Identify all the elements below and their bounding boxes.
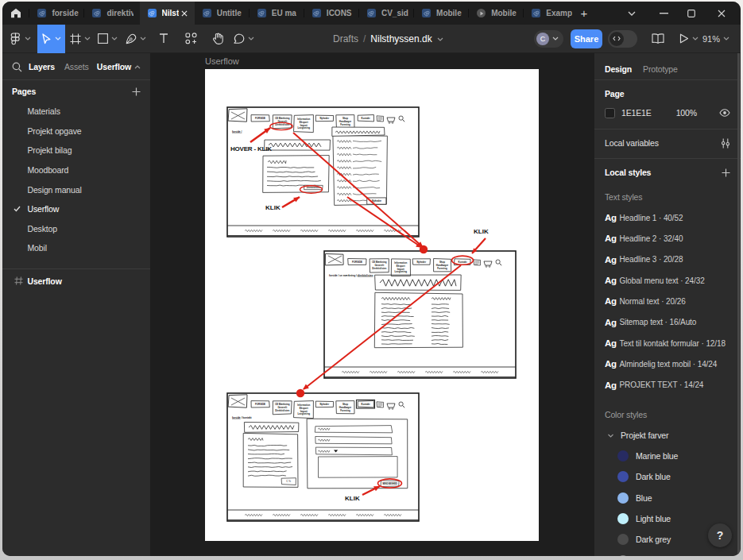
svg-text:Lovgivning: Lovgivning xyxy=(298,412,311,415)
svg-text:Kontakt: Kontakt xyxy=(459,261,467,264)
svg-text:Forening: Forening xyxy=(340,409,350,412)
svg-text:forside / ce mærkning / direkt: forside / ce mærkning / direktivlisten xyxy=(329,274,373,277)
svg-text:FORSIDE: FORSIDE xyxy=(255,403,265,406)
svg-text:Direktivlisten: Direktivlisten xyxy=(372,267,386,270)
svg-text:KLIK: KLIK xyxy=(345,495,360,502)
svg-text:forside / kontakt: forside / kontakt xyxy=(232,416,253,419)
svg-text:C %: C % xyxy=(286,480,291,483)
svg-text:Direktivlisten: Direktivlisten xyxy=(275,409,289,412)
svg-text:Lovgivning: Lovgivning xyxy=(395,270,408,273)
svg-text:Lovgivning: Lovgivning xyxy=(298,126,311,129)
svg-text:Forening: Forening xyxy=(437,267,447,270)
svg-text:Nyheder: Nyheder xyxy=(372,199,382,203)
svg-text:Nyheder: Nyheder xyxy=(416,261,426,264)
svg-text:HOVER - KLIK: HOVER - KLIK xyxy=(230,145,272,153)
svg-text:KLIK: KLIK xyxy=(265,204,281,211)
svg-text:Nyheder: Nyheder xyxy=(319,117,329,120)
svg-text:Kontakt: Kontakt xyxy=(362,117,370,120)
svg-text:SEND BESKED: SEND BESKED xyxy=(382,482,397,485)
svg-text:FORSIDE: FORSIDE xyxy=(255,117,265,120)
svg-text:Forening: Forening xyxy=(340,123,350,126)
svg-text:forside /: forside / xyxy=(232,130,242,133)
svg-text:KLIK: KLIK xyxy=(474,228,489,235)
svg-text:Kontakt: Kontakt xyxy=(362,403,370,406)
svg-text:Nyheder: Nyheder xyxy=(319,403,329,406)
svg-text:FORSIDE: FORSIDE xyxy=(352,261,362,264)
